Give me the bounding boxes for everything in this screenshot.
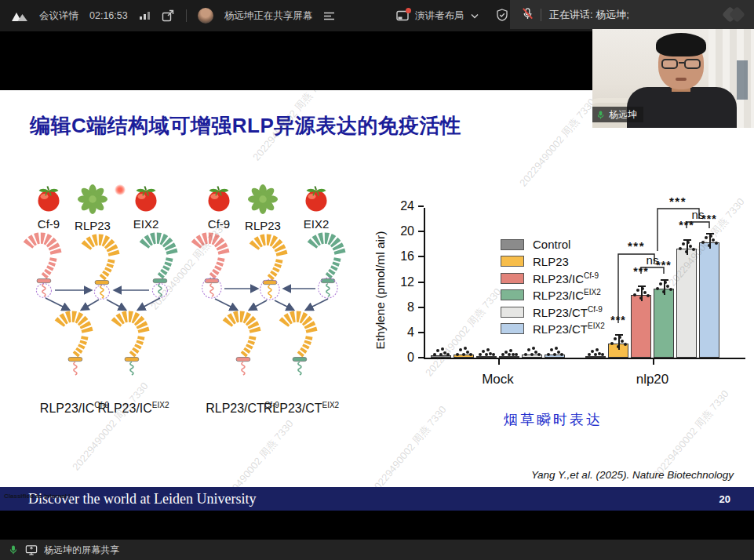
shared-slide: 编辑C端结构域可增强RLP异源表达的免疫活性 Cf-9 RLP23 EIX2 (0, 90, 754, 511)
person-shirt (627, 87, 737, 128)
bracket-label: *** (669, 195, 687, 208)
glasses-right-lens (684, 59, 701, 69)
diagram-group-ct: Cf-9 RLP23 EIX2 (187, 184, 361, 427)
protein-diagram-ic (19, 231, 193, 398)
meeting-timer: 02:16:53 (89, 10, 128, 21)
webcam-video: 杨远坤 (592, 29, 754, 128)
screen-share-icon[interactable] (25, 544, 38, 556)
data-point (610, 342, 614, 345)
data-point (617, 345, 620, 348)
legend-swatch (501, 323, 524, 334)
speakbar-divider (541, 9, 541, 21)
data-point (446, 353, 450, 356)
data-point (501, 353, 504, 356)
bar-nlp20-5 (699, 242, 719, 358)
data-point (709, 235, 712, 238)
data-point (469, 353, 472, 356)
data-point (712, 238, 715, 242)
list-icon[interactable] (323, 11, 335, 21)
data-point (687, 241, 690, 244)
data-point (708, 244, 711, 247)
y-tick-label: 12 (392, 275, 414, 289)
shield-icon (496, 9, 508, 24)
legend-label: RLP23/ICCf-9 (533, 271, 599, 285)
data-point (682, 242, 685, 245)
mic-muted-icon[interactable] (521, 7, 534, 23)
tomato-icon (302, 184, 330, 213)
x-tick-label: nlp20 (617, 372, 688, 387)
legend-label: RLP23/ICEIX2 (533, 288, 601, 302)
legend-label: RLP23/CTEIX2 (533, 322, 605, 336)
data-point (479, 353, 482, 356)
rosette-icon (248, 184, 278, 214)
chevron-down-icon[interactable] (471, 10, 479, 21)
y-tick (418, 307, 424, 308)
x-tick-label: Mock (463, 372, 534, 387)
speaking-status-text: 正在讲话: 杨远坤; (549, 8, 629, 22)
mic-green-icon[interactable] (8, 544, 19, 555)
data-point (666, 285, 669, 288)
data-point (553, 353, 556, 356)
meeting-details-button[interactable]: 会议详情 (39, 9, 78, 23)
legend-item: RLP23 (501, 253, 605, 271)
data-point (621, 340, 624, 343)
data-point (624, 343, 627, 346)
plant-label: EIX2 (289, 217, 344, 231)
data-point (560, 353, 563, 356)
bottom-taskbar: 杨远坤的屏幕共享 (0, 540, 754, 560)
data-point (515, 353, 518, 356)
data-point (643, 291, 647, 294)
watermark-text: 20229490002 周燕 7330 (516, 96, 599, 190)
pop-out-icon[interactable] (162, 9, 175, 22)
data-point (614, 337, 617, 340)
webcam-window-object (737, 60, 748, 100)
data-point (555, 347, 558, 350)
data-point (459, 348, 462, 351)
hybrid-label: RLP23/ICEIX2 (82, 401, 185, 416)
plant-label: EIX2 (118, 217, 173, 231)
plant-label: RLP23 (235, 219, 290, 232)
data-point (633, 293, 636, 296)
data-point (464, 347, 467, 350)
signal-icon (139, 11, 151, 20)
data-point (705, 236, 708, 239)
data-point (701, 241, 705, 244)
tomato-icon (132, 184, 160, 213)
y-tick (418, 282, 424, 283)
page-number: 20 (719, 493, 730, 505)
tomato-icon (35, 184, 63, 213)
protein-diagram-ct (187, 231, 361, 398)
data-point (591, 350, 594, 353)
data-point (679, 247, 682, 250)
speaker-layout-button[interactable]: 演讲者布局 (415, 9, 464, 23)
data-point (685, 250, 688, 253)
legend-label: RLP23 (533, 255, 569, 268)
data-point (656, 287, 659, 290)
data-point (524, 353, 527, 356)
data-point (636, 289, 639, 292)
y-tick-label: 0 (392, 351, 414, 365)
data-point (456, 353, 459, 356)
bar-nlp20-4 (676, 249, 697, 358)
data-point (662, 290, 665, 293)
slide-title: 编辑C端结构域可增强RLP异源表达的免疫活性 (30, 112, 461, 140)
layout-icon[interactable] (396, 10, 409, 21)
data-point (692, 248, 695, 251)
data-point (601, 353, 604, 356)
y-tick-label: 24 (392, 199, 414, 213)
slide-caption: 烟草瞬时表达 (451, 410, 655, 429)
legend-item: RLP23/ICEIX2 (501, 287, 605, 304)
y-tick-label: 16 (392, 249, 414, 264)
data-point (669, 288, 672, 291)
sharing-status-text: 杨远坤正在共享屏幕 (224, 9, 313, 23)
legend-item: RLP23/CTCf-9 (501, 304, 605, 321)
data-point (641, 287, 644, 290)
y-tick (418, 205, 424, 207)
plot-area: ***ns***ns ControlRLP23RLP23/ICCf-9RLP23… (424, 208, 745, 359)
legend-label: RLP23/CTCf-9 (533, 305, 603, 319)
slide-body: 编辑C端结构域可增强RLP异源表达的免疫活性 Cf-9 RLP23 EIX2 (0, 90, 754, 487)
x-tick (498, 359, 500, 365)
data-point (618, 336, 621, 339)
glasses-left-lens (661, 59, 678, 69)
legend-item: Control (501, 236, 605, 253)
